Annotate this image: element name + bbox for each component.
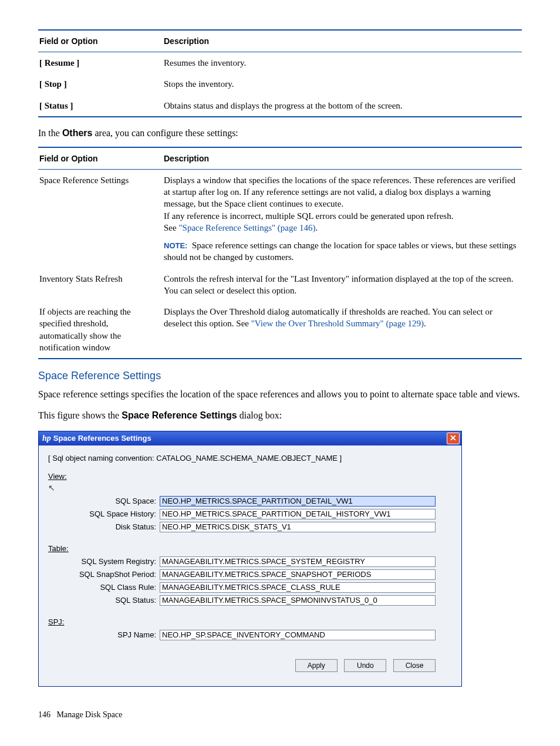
para-2: This figure shows the Space Reference Se… (38, 409, 522, 422)
sysreg-row: SQL System Registry: (47, 556, 453, 567)
sql-space-row: SQL Space: (47, 496, 453, 507)
snapshot-label: SQL SnapShot Period: (47, 570, 160, 579)
others-settings-table: Field or Option Description Space Refere… (38, 147, 522, 359)
para-1: Space reference settings specifies the l… (38, 388, 522, 401)
sql-history-input[interactable] (160, 509, 436, 519)
section-heading: Space Reference Settings (38, 370, 522, 382)
disk-status-label: Disk Status: (47, 522, 160, 531)
table-row: Inventory Stats Refresh Controls the ref… (38, 268, 522, 302)
page-number: 146 (38, 710, 50, 719)
table-row: [ Resume ] Resumes the inventory. (38, 52, 522, 74)
table-row: [ Status ] Obtains status and displays t… (38, 95, 522, 117)
cursor-icon: ↖ (48, 483, 55, 492)
field-cell: If objects are reaching the specified th… (38, 301, 163, 359)
dialog-title: Space References Settings (53, 434, 151, 443)
apply-button[interactable]: Apply (295, 659, 338, 672)
sql-space-label: SQL Space: (47, 497, 160, 505)
undo-button[interactable]: Undo (344, 659, 386, 672)
close-button[interactable]: Close (393, 659, 436, 672)
col-desc: Description (163, 147, 522, 170)
dialog-button-row: Apply Undo Close (47, 643, 453, 678)
col-field: Field or Option (38, 30, 163, 52)
sysreg-input[interactable] (160, 556, 436, 567)
over-threshold-link[interactable]: "View the Over Threshold Summary" (page … (251, 319, 424, 328)
table-row: Space Reference Settings Displays a wind… (38, 169, 522, 268)
sql-history-label: SQL Space History: (47, 509, 160, 518)
space-ref-settings-link[interactable]: "Space Reference Settings" (page 146) (178, 223, 315, 232)
table-row: [ Stop ] Stops the inventory. (38, 73, 522, 94)
classrule-input[interactable] (160, 582, 436, 593)
others-intro: In the Others area, you can configure th… (38, 128, 522, 139)
spjname-row: SPJ Name: (47, 630, 453, 640)
table-header-row: Field or Option Description (38, 147, 522, 170)
desc-cell: Resumes the inventory. (163, 52, 522, 74)
space-references-dialog: hp Space References Settings ✕ [ Sql obj… (38, 431, 462, 687)
spj-section-label: SPJ: (48, 617, 453, 626)
sql-history-row: SQL Space History: (47, 509, 453, 519)
disk-status-input[interactable] (160, 522, 436, 532)
sysreg-label: SQL System Registry: (47, 557, 160, 566)
dialog-titlebar[interactable]: hp Space References Settings ✕ (39, 431, 461, 445)
table-row: If objects are reaching the specified th… (38, 301, 522, 359)
sqlstatus-row: SQL Status: (47, 595, 453, 606)
hp-logo: hp (42, 434, 51, 443)
spjname-input[interactable] (160, 630, 436, 640)
sqlstatus-label: SQL Status: (47, 596, 160, 605)
note-label: NOTE: (164, 241, 187, 250)
field-cell: [ Resume ] (38, 52, 163, 74)
table-section-label: Table: (48, 544, 453, 553)
naming-convention-text: [ Sql object naming convention: CATALOG_… (48, 454, 453, 463)
col-field: Field or Option (38, 147, 163, 170)
classrule-row: SQL Class Rule: (47, 582, 453, 593)
view-section-label: View: (48, 472, 453, 481)
table-header-row: Field or Option Description (38, 30, 522, 52)
field-cell: Inventory Stats Refresh (38, 268, 163, 302)
desc-cell: Displays a window that specifies the loc… (163, 169, 522, 268)
sql-space-input[interactable] (160, 496, 436, 507)
disk-status-row: Disk Status: (47, 522, 453, 532)
field-cell: Space Reference Settings (38, 169, 163, 268)
desc-cell: Controls the refresh interval for the "L… (163, 268, 522, 302)
field-cell: [ Status ] (38, 95, 163, 117)
classrule-label: SQL Class Rule: (47, 583, 160, 592)
desc-cell: Displays the Over Threshold dialog autom… (163, 301, 522, 359)
spjname-label: SPJ Name: (47, 630, 160, 639)
desc-cell: Obtains status and displays the progress… (163, 95, 522, 117)
footer-title: Manage Disk Space (57, 710, 123, 719)
snapshot-input[interactable] (160, 569, 436, 580)
close-icon[interactable]: ✕ (447, 433, 460, 444)
desc-cell: Stops the inventory. (163, 73, 522, 94)
sqlstatus-input[interactable] (160, 595, 436, 606)
page-footer: 146 Manage Disk Space (38, 710, 522, 720)
col-desc: Description (163, 30, 522, 52)
field-cell: [ Stop ] (38, 73, 163, 94)
snapshot-row: SQL SnapShot Period: (47, 569, 453, 580)
inventory-options-table: Field or Option Description [ Resume ] R… (38, 29, 522, 117)
